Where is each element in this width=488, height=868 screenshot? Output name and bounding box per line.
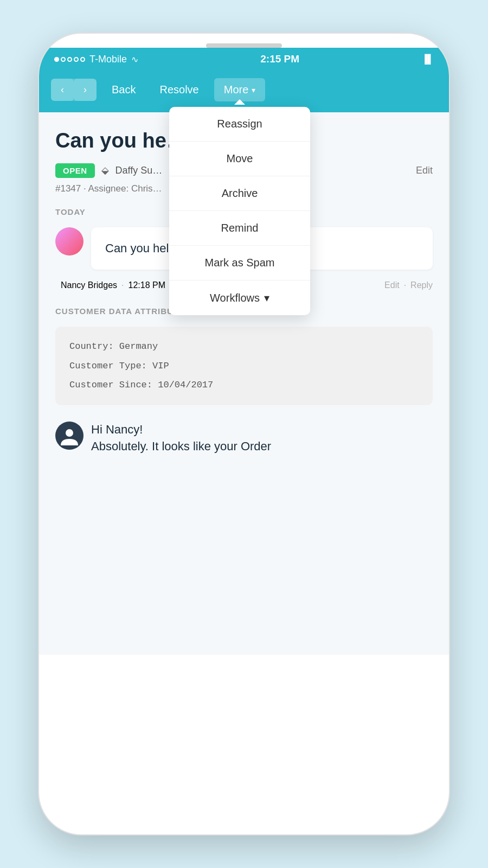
- resolve-button[interactable]: Resolve: [151, 78, 207, 101]
- dropdown-workflows[interactable]: Workflows ▾: [169, 280, 310, 315]
- agent-greeting: Hi Nancy!: [91, 422, 433, 438]
- status-time: 2:15 PM: [260, 53, 299, 65]
- edit-link[interactable]: Edit: [416, 165, 433, 176]
- inbox-name: Daffy Su…: [115, 165, 163, 176]
- more-dropdown-menu: Reassign Move Archive Remind Mark as Spa…: [169, 107, 310, 315]
- reply-link[interactable]: Reply: [410, 280, 433, 290]
- more-dropdown-container: More ▾ Reassign Move Archive Remind Mark…: [214, 78, 266, 101]
- message-author: Nancy Bridges: [61, 280, 117, 290]
- inbox-icon: ⬙: [101, 164, 109, 176]
- status-bar: T-Mobile ∿ 2:15 PM ▐▌: [39, 48, 449, 71]
- customer-since-attribute: Customer Since: 10/04/2017: [69, 378, 419, 392]
- signal-dots: [54, 57, 85, 62]
- carrier-label: T-Mobile: [89, 54, 127, 65]
- workflows-label: Workflows: [210, 292, 260, 304]
- workflows-chevron-icon: ▾: [264, 291, 269, 304]
- agent-message-text: Absolutely. It looks like your Order: [91, 438, 433, 455]
- signal-dot-5: [80, 57, 85, 62]
- status-badge: OPEN: [55, 163, 95, 178]
- next-button[interactable]: ›: [74, 79, 97, 101]
- more-label: More: [224, 84, 249, 96]
- assignee-info: Assignee: Chris…: [88, 183, 162, 194]
- customer-type-attribute: Customer Type: VIP: [69, 359, 419, 373]
- signal-dot-4: [74, 57, 79, 62]
- chevron-down-icon: ▾: [252, 86, 255, 94]
- nav-bar: ‹ › Back Resolve More ▾ Reassign Move Ar…: [39, 71, 449, 112]
- dropdown-mark-spam[interactable]: Mark as Spam: [169, 246, 310, 280]
- ticket-number: #1347: [55, 183, 81, 194]
- avatar-image: [55, 227, 84, 256]
- dot-separator-3: ·: [404, 280, 406, 290]
- prev-button[interactable]: ‹: [51, 79, 74, 101]
- dot-separator-1: ·: [121, 280, 124, 290]
- battery-indicator: ▐▌: [421, 54, 434, 64]
- phone-frame: T-Mobile ∿ 2:15 PM ▐▌ ‹ › Back Resolve M…: [38, 33, 450, 835]
- dropdown-archive[interactable]: Archive: [169, 176, 310, 211]
- agent-avatar: [55, 422, 84, 450]
- country-attribute: Country: Germany: [69, 340, 419, 354]
- phone-notch: [206, 43, 282, 48]
- message-time: 12:18 PM: [129, 280, 165, 290]
- agent-message-row: Hi Nancy! Absolutely. It looks like your…: [55, 422, 433, 455]
- customer-avatar: [55, 227, 84, 256]
- dropdown-reassign[interactable]: Reassign: [169, 107, 310, 142]
- signal-dot-1: [54, 57, 59, 62]
- status-left: T-Mobile ∿: [54, 54, 138, 65]
- edit-message-link[interactable]: Edit: [384, 280, 400, 290]
- customer-data-card: Country: Germany Customer Type: VIP Cust…: [55, 327, 433, 405]
- wifi-icon: ∿: [131, 54, 138, 65]
- more-button[interactable]: More ▾: [214, 78, 266, 101]
- signal-dot-3: [67, 57, 72, 62]
- customer-data-section: CUSTOMER DATA ATTRIBUTES Country: German…: [55, 307, 433, 405]
- signal-dot-2: [61, 57, 66, 62]
- back-button[interactable]: Back: [103, 78, 144, 101]
- svg-point-0: [66, 429, 73, 437]
- nav-arrows: ‹ ›: [51, 79, 97, 101]
- agent-message-block: Hi Nancy! Absolutely. It looks like your…: [91, 422, 433, 455]
- dropdown-remind[interactable]: Remind: [169, 211, 310, 246]
- agent-avatar-icon: [60, 426, 79, 445]
- dropdown-move[interactable]: Move: [169, 142, 310, 176]
